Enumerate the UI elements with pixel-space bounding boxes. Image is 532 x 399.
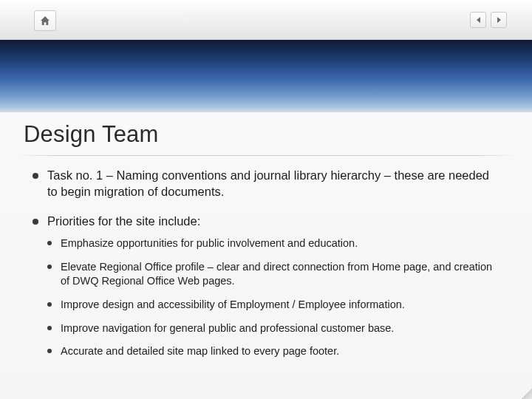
list-item-text: Accurate and detailed site map linked to…	[61, 345, 339, 357]
list-item-text: Emphasize opportunities for public invol…	[61, 237, 358, 249]
slide: Design Team Task no. 1 – Naming conventi…	[0, 0, 532, 399]
list-item: Accurate and detailed site map linked to…	[47, 344, 499, 359]
list-item: Elevate Regional Office profile – clear …	[47, 260, 499, 289]
sub-bullet-list: Emphasize opportunities for public invol…	[47, 236, 499, 358]
list-item: Improve navigation for general public an…	[47, 321, 499, 336]
list-item-text: Elevate Regional Office profile – clear …	[61, 261, 492, 287]
home-button[interactable]	[34, 10, 56, 31]
list-item-text: Improve navigation for general public an…	[61, 322, 394, 334]
list-item-text: Task no. 1 – Naming conventions and jour…	[47, 168, 489, 198]
prev-button[interactable]	[470, 12, 486, 28]
page-curl-icon	[522, 389, 532, 399]
nav-buttons	[470, 12, 507, 28]
list-item: Improve design and accessibility of Empl…	[47, 298, 499, 313]
toolbar	[0, 0, 532, 40]
banner	[0, 40, 532, 112]
chevron-left-icon	[475, 16, 482, 24]
list-item: Task no. 1 – Naming conventions and jour…	[33, 168, 499, 200]
page-title: Design Team	[0, 112, 532, 155]
list-item: Emphasize opportunities for public invol…	[47, 236, 499, 251]
next-button[interactable]	[491, 12, 507, 28]
chevron-right-icon	[496, 16, 502, 24]
list-item: Priorities for the site include: Emphasi…	[33, 214, 499, 359]
home-icon	[39, 16, 51, 27]
content: Task no. 1 – Naming conventions and jour…	[0, 156, 532, 359]
list-item-text: Priorities for the site include:	[47, 214, 200, 228]
bullet-list: Task no. 1 – Naming conventions and jour…	[33, 168, 499, 359]
list-item-text: Improve design and accessibility of Empl…	[61, 299, 405, 310]
